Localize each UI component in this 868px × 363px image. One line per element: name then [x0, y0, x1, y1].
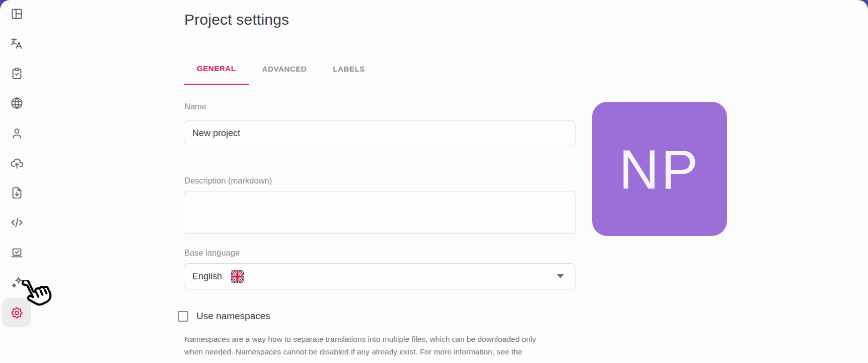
chevron-down-icon — [557, 274, 564, 278]
base-language-select[interactable]: English — [184, 263, 575, 289]
app-window: Project settings GENERAL ADVANCED LABELS… — [0, 0, 868, 363]
base-language-value: English — [192, 271, 222, 282]
dashboard-icon — [10, 7, 24, 21]
project-description-input[interactable] — [184, 192, 575, 234]
user-icon — [10, 127, 24, 140]
use-namespaces-row[interactable]: Use namespaces — [178, 311, 270, 322]
sidebar-item-import[interactable] — [5, 151, 29, 175]
sidebar-item-translations[interactable] — [5, 31, 29, 55]
project-avatar-initials: NP — [619, 137, 700, 201]
tabs-divider — [184, 85, 738, 85]
description-label: Description (markdown) — [184, 176, 272, 186]
sidebar-item-developer[interactable] — [5, 210, 29, 234]
sidebar-item-export[interactable] — [5, 180, 29, 205]
namespaces-help-text: Namespaces are a way how to separate tra… — [184, 333, 540, 358]
sidebar — [0, 0, 50, 363]
globe-icon — [10, 96, 24, 110]
page-title: Project settings — [184, 11, 289, 28]
gear-icon — [10, 306, 24, 320]
laptop-check-icon — [10, 246, 24, 260]
sidebar-item-tasks[interactable] — [5, 61, 29, 85]
sidebar-item-members[interactable] — [5, 121, 29, 145]
sidebar-item-dashboard[interactable] — [5, 2, 29, 26]
tab-labels[interactable]: LABELS — [320, 52, 378, 85]
base-language-label: Base language — [184, 248, 240, 258]
tab-general[interactable]: GENERAL — [184, 52, 249, 85]
settings-tabs: GENERAL ADVANCED LABELS — [184, 52, 378, 85]
translate-icon — [10, 37, 24, 50]
clipboard-check-icon — [10, 67, 24, 80]
sidebar-item-settings[interactable] — [2, 298, 31, 327]
cloud-upload-icon — [10, 156, 24, 170]
name-label: Name — [184, 102, 206, 111]
uk-flag-icon — [231, 270, 244, 283]
sidebar-item-ai[interactable] — [5, 270, 29, 294]
use-namespaces-label: Use namespaces — [196, 311, 270, 322]
use-namespaces-checkbox[interactable] — [178, 311, 188, 322]
code-icon — [10, 216, 24, 229]
project-avatar: NP — [592, 102, 727, 236]
tab-advanced[interactable]: ADVANCED — [249, 52, 320, 85]
sparkles-icon — [10, 276, 24, 289]
project-name-input[interactable] — [184, 120, 575, 146]
sidebar-item-languages[interactable] — [5, 91, 29, 115]
sidebar-item-integrate[interactable] — [5, 240, 29, 265]
file-download-icon — [10, 186, 24, 200]
